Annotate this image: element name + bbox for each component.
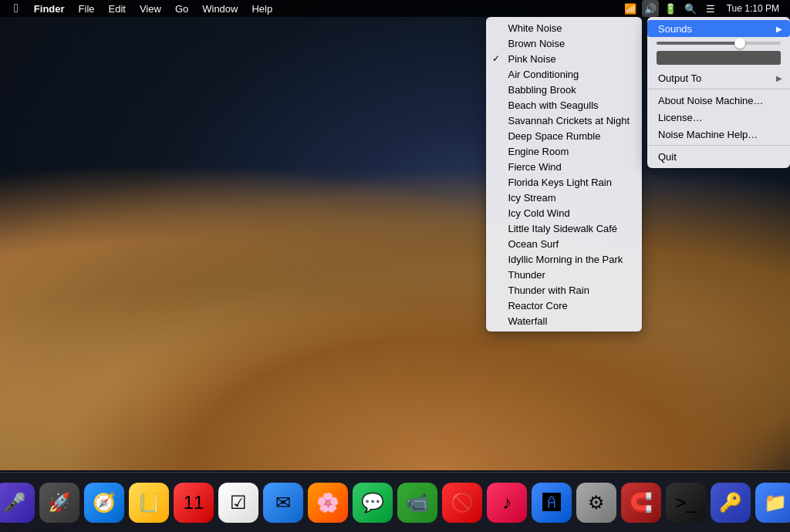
help-menu-item[interactable]: Noise Machine Help… [647,126,790,143]
sound-item-beach-with-seagulls[interactable]: Beach with Seagulls [486,97,642,113]
dock-calendar[interactable]: 11 [174,483,214,523]
desktop:  Finder File Edit View Go Window Help 📶… [0,0,790,532]
dock-launchpad[interactable]: 🚀 [39,483,79,523]
wifi-icon[interactable]: 📶 [622,0,639,17]
volume-bar-area [647,49,790,69]
dock: 🔵🎤🚀🧭📒11☑✉🌸💬📹🚫♪🅰⚙🧲>_🔑📁🗑 [0,472,790,532]
dock-reminders[interactable]: ☑ [218,483,258,523]
dock-safari[interactable]: 🧭 [84,483,124,523]
sound-item-idyllic-morning-in-the-park[interactable]: Idyllic Morning in the Park [486,251,642,267]
go-menu[interactable]: Go [169,0,194,17]
separator-2 [647,145,790,146]
file-menu[interactable]: File [73,0,101,17]
dock-finder2[interactable]: 📁 [755,483,790,523]
volume-slider-area [647,37,790,49]
sound-item-deep-space-rumble[interactable]: Deep Space Rumble [486,128,642,143]
dock-magnet[interactable]: 🧲 [621,483,661,523]
dock-terminal[interactable]: >_ [666,483,706,523]
sound-item-engine-room[interactable]: Engine Room [486,143,642,159]
sounds-menu-item[interactable]: Sounds ▶ [647,20,790,37]
menubar:  Finder File Edit View Go Window Help 📶… [0,0,790,17]
sound-item-icy-stream[interactable]: Icy Stream [486,190,642,205]
about-label: About Noise Machine… [658,95,764,106]
window-menu[interactable]: Window [196,0,244,17]
dock-music[interactable]: ♪ [487,483,527,523]
slider-fill [657,42,738,45]
sound-item-fierce-wind[interactable]: Fierce Wind [486,159,642,174]
dock-prefs[interactable]: ⚙ [576,483,616,523]
license-label: License… [658,112,703,123]
sounds-chevron-icon: ▶ [776,25,782,33]
dock-1password[interactable]: 🔑 [711,483,751,523]
volume-icon[interactable]: 🔊 [642,0,659,17]
output-label: Output To [658,72,701,84]
output-to-menu-item[interactable]: Output To ▶ [647,69,790,86]
noise-machine-menu: Sounds ▶ Output To ▶ About Noise Machin [647,17,790,168]
quit-menu-item[interactable]: Quit [647,148,790,165]
quit-label: Quit [658,151,677,163]
dock-facetime[interactable]: 📹 [397,483,437,523]
slider-thumb[interactable] [734,38,745,49]
about-menu-item[interactable]: About Noise Machine… [647,92,790,109]
sound-item-thunder[interactable]: Thunder [486,267,642,282]
sounds-label: Sounds [658,23,692,35]
dock-mail[interactable]: ✉ [263,483,303,523]
volume-bar [657,51,781,65]
apple-menu[interactable]:  [6,0,26,17]
sound-item-florida-keys-light-rain[interactable]: Florida Keys Light Rain [486,174,642,190]
slider-track [657,42,781,45]
help-menu[interactable]: Help [245,0,279,17]
edit-menu[interactable]: Edit [103,0,132,17]
dock-notes[interactable]: 📒 [129,483,169,523]
finder-menu[interactable]: Finder [28,0,71,17]
license-menu-item[interactable]: License… [647,109,790,126]
sound-list-menu: White NoiseBrown NoisePink NoiseAir Cond… [486,17,642,332]
sound-item-little-italy-sidewalk-café[interactable]: Little Italy Sidewalk Café [486,221,642,236]
search-icon[interactable]: 🔍 [682,0,699,17]
dock-appstore[interactable]: 🅰 [532,483,572,523]
control-center-icon[interactable]: ☰ [702,0,719,17]
menubar-right: 📶 🔊 🔋 🔍 ☰ Tue 1:10 PM [622,0,790,17]
sound-item-thunder-with-rain[interactable]: Thunder with Rain [486,282,642,298]
sound-item-savannah-crickets-at-night[interactable]: Savannah Crickets at Night [486,113,642,128]
sound-item-white-noise[interactable]: White Noise [486,20,642,35]
sound-item-pink-noise[interactable]: Pink Noise [486,51,642,66]
sound-item-icy-cold-wind[interactable]: Icy Cold Wind [486,205,642,221]
sound-item-air-conditioning[interactable]: Air Conditioning [486,66,642,82]
battery-icon[interactable]: 🔋 [662,0,679,17]
dock-photos[interactable]: 🌸 [308,483,348,523]
output-chevron-icon: ▶ [776,74,782,82]
help-label: Noise Machine Help… [658,129,758,140]
sound-item-ocean-surf[interactable]: Ocean Surf [486,236,642,251]
dock-messages[interactable]: 💬 [353,483,393,523]
view-menu[interactable]: View [133,0,167,17]
dock-block[interactable]: 🚫 [442,483,482,523]
separator-1 [647,89,790,89]
sound-item-babbling-brook[interactable]: Babbling Brook [486,82,642,97]
dock-siri[interactable]: 🎤 [0,483,35,523]
sound-item-brown-noise[interactable]: Brown Noise [486,35,642,51]
sound-item-reactor-core[interactable]: Reactor Core [486,298,642,313]
sound-item-waterfall[interactable]: Waterfall [486,313,642,328]
clock: Tue 1:10 PM [722,3,784,14]
menubar-left:  Finder File Edit View Go Window Help [0,0,279,17]
